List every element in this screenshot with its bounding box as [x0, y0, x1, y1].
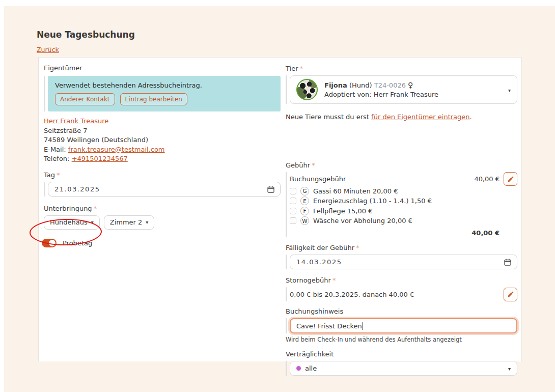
owner-name-link[interactable]: Herr Frank Treasure [44, 117, 108, 125]
animal-hint: Neue Tiere musst du erst für den Eigentü… [286, 113, 517, 121]
fee-option-text: Energiezuschlag (1.10 - 1.4.) 1,50 € [313, 197, 432, 205]
fee-base-row: Buchungsgebühr 40,00 € [290, 172, 517, 186]
trial-day-toggle[interactable] [42, 239, 57, 247]
due-date-control: 14.03.2025 [286, 255, 517, 269]
calendar-icon[interactable] [504, 259, 511, 266]
owner-section-label: Eigentümer [44, 64, 281, 72]
due-date-label: Fälligkeit der Gebühr* [286, 244, 517, 251]
control-left-rule [286, 318, 287, 333]
fee-total: 40,00 € [290, 229, 517, 237]
required-asterisk: * [94, 205, 97, 212]
cancellation-fee-control: 0,00 € bis 20.3.2025, danach 40,00 € [286, 287, 517, 301]
fee-option-checkbox[interactable] [290, 217, 296, 224]
fee-option-text: Fellpflege 15,00 € [313, 207, 372, 215]
trial-day-label: Probetag [63, 239, 92, 247]
house-select[interactable]: Hundehaus▾ [44, 215, 100, 230]
edit-entry-button[interactable]: Eintrag bearbeiten [120, 93, 187, 105]
owner-phone-line: Telefon: +491501234567 [44, 154, 281, 164]
fee-edit-button[interactable] [504, 172, 517, 186]
fee-option-text: Gassi 60 Minuten 20,00 € [313, 187, 398, 195]
owner-column: Eigentümer Verwendet bestehenden Adressb… [44, 64, 281, 247]
required-asterisk: * [57, 171, 60, 179]
owner-email-line: E-Mail: frank.treasure@testmail.com [44, 145, 281, 155]
control-left-rule [286, 75, 287, 104]
day-label: Tag* [44, 171, 281, 179]
compatibility-select[interactable]: alle ▾ [290, 361, 517, 376]
control-left-rule [286, 361, 287, 376]
booking-note-input[interactable]: Cave! Frisst Decken [290, 318, 517, 333]
owner-email-label: E-Mail: [44, 146, 68, 153]
fee-option-code-badge: E [300, 197, 309, 205]
booking-column: Tier* Fijona (Hund) T24-0026 ♀ Adoptiert… [286, 65, 517, 376]
animal-name: Fijona [324, 81, 347, 89]
pencil-icon [507, 176, 514, 183]
pencil-icon [507, 291, 514, 298]
room-select[interactable]: Zimmer 2▾ [104, 215, 155, 230]
fee-option-checkbox[interactable] [290, 198, 296, 204]
cancellation-fee-edit-button[interactable] [504, 288, 517, 301]
chevron-down-icon: ▾ [146, 220, 148, 225]
animal-select[interactable]: Fijona (Hund) T24-0026 ♀ Adoptiert von: … [290, 75, 517, 104]
female-icon: ♀ [408, 81, 413, 89]
owner-city: 74589 Weilingen (Deutschland) [44, 135, 281, 145]
required-asterisk: * [312, 161, 315, 169]
control-left-rule [286, 172, 287, 237]
compatibility-value: alle [305, 365, 317, 372]
control-left-rule [286, 255, 287, 269]
owner-street: Seitzstraße 7 [44, 126, 281, 136]
chevron-down-icon: ▾ [508, 367, 511, 372]
compatibility-control: alle ▾ [286, 361, 517, 376]
fee-option-checkbox[interactable] [290, 188, 296, 194]
fee-option-row: F Fellpflege 15,00 € [290, 206, 517, 216]
accommodation-controls: Hundehaus▾ Zimmer 2▾ [44, 215, 281, 230]
fee-option-row: G Gassi 60 Minuten 20,00 € [290, 186, 517, 196]
day-control: 21.03.2025 [44, 182, 281, 197]
animal-hint-link[interactable]: für den Eigentümer eintragen [371, 113, 469, 121]
fee-block: Buchungsgebühr 40,00 € G Gassi 60 Minute… [290, 172, 517, 237]
toggle-knob [49, 240, 55, 246]
animal-control: Fijona (Hund) T24-0026 ♀ Adoptiert von: … [286, 75, 517, 104]
text-cursor [363, 322, 363, 330]
owner-address-block: Herr Frank Treasure Seitzstraße 7 74589 … [44, 117, 281, 164]
fee-base-label: Buchungsgebühr [290, 175, 346, 183]
cancellation-fee-row: 0,00 € bis 20.3.2025, danach 40,00 € [290, 287, 517, 301]
fee-option-row: E Energiezuschlag (1.10 - 1.4.) 1,50 € [290, 197, 517, 206]
fee-option-code-badge: F [300, 207, 309, 215]
cancellation-fee-label: Stornogebühr* [286, 276, 517, 284]
fee-base-value: 40,00 € [474, 175, 499, 183]
animal-species: (Hund) [347, 81, 374, 89]
day-date-input[interactable]: 21.03.2025 [48, 182, 281, 197]
animal-section-label: Tier* [286, 65, 517, 72]
animal-info: Fijona (Hund) T24-0026 ♀ Adoptiert von: … [324, 81, 438, 98]
fee-option-row: W Wäsche vor Abholung 20,00 € [290, 216, 517, 226]
other-contact-button[interactable]: Anderer Kontakt [55, 93, 115, 105]
control-left-rule [286, 287, 287, 301]
booking-note-label: Buchungshinweis [286, 307, 517, 315]
calendar-icon[interactable] [267, 186, 274, 193]
chevron-down-icon: ▾ [91, 220, 94, 225]
due-date-value: 14.03.2025 [296, 258, 342, 266]
booking-note-control: Cave! Frisst Decken [286, 318, 517, 333]
owner-phone-label: Telefon: [44, 155, 72, 162]
chevron-down-icon: ▾ [508, 88, 511, 93]
booking-note-helper: Wird beim Check-In und während des Aufen… [286, 336, 517, 343]
required-asterisk: * [356, 244, 359, 251]
owner-notice-control: Verwendet bestehenden Adressbucheintrag.… [44, 76, 281, 111]
compatibility-dot [296, 366, 301, 371]
back-link[interactable]: Zurück [37, 46, 59, 53]
owner-email-link[interactable]: frank.treasure@testmail.com [68, 146, 165, 153]
owner-phone-link[interactable]: +491501234567 [72, 155, 128, 162]
control-left-rule [44, 76, 45, 111]
booking-form-card: Eigentümer Verwendet bestehenden Adressb… [38, 57, 522, 361]
cancellation-fee-value: 0,00 € bis 20.3.2025, danach 40,00 € [290, 291, 414, 298]
animal-id: T24-0026 [374, 81, 406, 89]
control-left-rule [44, 182, 45, 197]
booking-note-value: Cave! Frisst Decken [296, 322, 362, 330]
owner-notice-text: Verwendet bestehenden Adressbucheintrag. [55, 81, 273, 89]
accommodation-label: Unterbringung* [44, 205, 281, 212]
fee-section-label: Gebühr* [286, 161, 517, 169]
fee-option-checkbox[interactable] [290, 208, 296, 214]
due-date-input[interactable]: 14.03.2025 [290, 255, 517, 269]
day-date-value: 21.03.2025 [54, 185, 100, 193]
page-title: Neue Tagesbuchung [37, 30, 135, 40]
